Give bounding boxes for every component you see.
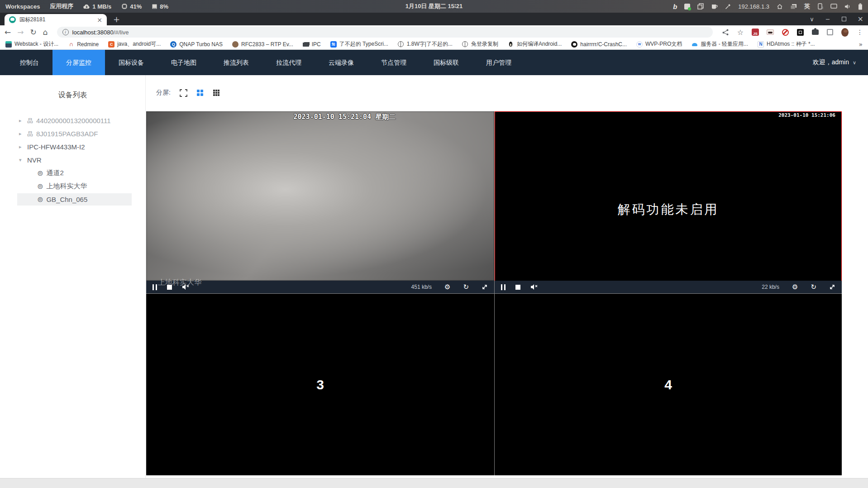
tree-item-device[interactable]: ▸ 品 44020000013200000111	[17, 115, 132, 127]
tree-channel[interactable]: ⊚ 上地科实大华	[17, 180, 132, 192]
ip-address[interactable]: 192.168.1.3	[738, 3, 769, 10]
home-tray-icon[interactable]	[777, 4, 783, 10]
forward-icon[interactable]: →	[17, 29, 24, 36]
fullscreen-icon[interactable]	[180, 89, 187, 97]
extension-white-square-icon[interactable]	[827, 29, 833, 35]
clock[interactable]: 1月10日 星期二 15∶21	[405, 2, 463, 10]
nav-item-split-screen[interactable]: 分屏监控	[52, 50, 105, 75]
volume-icon[interactable]	[844, 4, 851, 10]
window-maximize-icon[interactable]	[842, 17, 846, 21]
window-number: 3	[316, 377, 324, 392]
bookmark-item[interactable]: 如何编译Android...	[508, 40, 562, 48]
bookmark-star-icon[interactable]: ☆	[737, 29, 744, 36]
bookmark-item[interactable]: QQNAP Turbo NAS	[170, 41, 223, 48]
tree-item-device[interactable]: ▸ IPC-HFW4433M-I2	[17, 141, 132, 153]
grid-2x2-icon[interactable]	[196, 89, 204, 96]
settings-icon[interactable]: ⚙	[444, 284, 450, 291]
nav-item-pull-proxy[interactable]: 拉流代理	[262, 50, 315, 75]
bing-tray-icon[interactable]: b	[673, 3, 677, 10]
pause-icon[interactable]	[153, 284, 157, 290]
browser-home-icon[interactable]: ⌂	[43, 29, 48, 36]
nav-item-push-list[interactable]: 推流列表	[210, 50, 262, 75]
refresh-icon[interactable]: ↻	[811, 284, 816, 291]
extensions-puzzle-icon[interactable]	[812, 29, 819, 35]
tree-item-nvr[interactable]: ▾ NVR	[17, 154, 132, 166]
window-minimize-icon[interactable]: −	[825, 16, 830, 22]
nav-item-console[interactable]: 控制台	[6, 50, 52, 75]
caret-down-icon[interactable]: ▾	[19, 157, 24, 163]
nav-item-user-manage[interactable]: 用户管理	[472, 50, 525, 75]
bookmark-item[interactable]: 免登录复制	[462, 40, 498, 48]
bookmark-folder[interactable]: IPC	[303, 41, 321, 48]
nav-item-gb-devices[interactable]: 国标设备	[105, 50, 157, 75]
stop-icon[interactable]	[515, 285, 520, 290]
bookmarks-overflow-icon[interactable]: »	[858, 41, 863, 48]
bookmark-item[interactable]: ∩Redmine	[68, 41, 99, 48]
input-method-indicator[interactable]: 英	[804, 2, 810, 10]
tree-item-device[interactable]: ▸ 品 8J01915PAGB3ADF	[17, 128, 132, 140]
nav-item-cloud-record[interactable]: 云端录像	[315, 50, 367, 75]
bookmark-item[interactable]: 服务器 - 轻量应用...	[692, 40, 748, 48]
bookmark-item[interactable]: 1.8W字|了不起的...	[398, 40, 453, 48]
window-close-icon[interactable]: ×	[858, 15, 863, 23]
cloud-icon	[692, 41, 698, 48]
bookmark-item[interactable]: RFC2833 – RTP Ev...	[232, 41, 293, 48]
clipboard-copy-icon[interactable]	[697, 3, 704, 10]
browser-menu-icon[interactable]: ⋮	[856, 29, 863, 36]
browser-tab[interactable]: 国标28181 ×	[5, 14, 107, 25]
phone-link-icon[interactable]: ?	[817, 3, 823, 10]
tool-tray-icon[interactable]	[725, 4, 731, 10]
pause-icon[interactable]	[501, 284, 506, 290]
coffee-tray-icon[interactable]	[711, 4, 718, 10]
windows-overlap-icon[interactable]	[790, 4, 797, 10]
page-content: 设备列表 ▸ 品 44020000013200000111 ▸ 品 8J0191…	[0, 75, 868, 488]
settings-icon[interactable]: ⚙	[792, 284, 798, 291]
bookmark-item[interactable]: NHDAtmos :: 种子 *...	[758, 40, 815, 48]
workspaces-button[interactable]: Workspaces	[5, 3, 40, 10]
refresh-icon[interactable]: ↻	[463, 284, 469, 291]
extension-js-icon[interactable]: JS	[752, 29, 759, 36]
user-menu[interactable]: 欢迎，admin ∨	[813, 58, 856, 67]
grid-3x3-icon[interactable]	[213, 89, 220, 96]
bookmark-item[interactable]: WWVP-PRO文档	[636, 40, 682, 48]
caret-right-icon[interactable]: ▸	[19, 131, 24, 137]
window-chevron-icon[interactable]: ∨	[810, 16, 814, 22]
site-info-icon[interactable]: i	[62, 29, 69, 35]
extension-mask-icon[interactable]	[767, 29, 774, 35]
bitrate-label: 451 kb/s	[411, 284, 432, 290]
bookmark-item[interactable]: Cjava、android可...	[108, 40, 161, 48]
expand-icon[interactable]	[482, 284, 488, 290]
tab-close-icon[interactable]: ×	[97, 17, 102, 23]
nav-item-node-manage[interactable]: 节点管理	[367, 50, 420, 75]
mute-icon[interactable]	[530, 284, 538, 290]
bookmark-item[interactable]: hairrrrr/C-CrashC...	[571, 41, 627, 48]
video-window-3[interactable]: 3	[146, 294, 494, 475]
caret-right-icon[interactable]: ▸	[19, 118, 24, 124]
caret-right-icon[interactable]: ▸	[19, 144, 24, 150]
decode-disabled-message: 解码功能未启用	[495, 201, 842, 218]
back-icon[interactable]: ←	[5, 29, 11, 36]
video-window-1[interactable]: 2023-01-10 15:21:04 星期二 上地科实大华 451 kb/s …	[146, 111, 494, 293]
applications-menu[interactable]: 应用程序	[50, 2, 73, 10]
profile-avatar[interactable]	[841, 28, 849, 37]
tree-channel-selected[interactable]: ⊚ GB_Chn_065	[17, 193, 132, 206]
display-tray-icon[interactable]	[830, 4, 837, 9]
extension-black-square-icon[interactable]	[797, 29, 804, 36]
bookmark-item[interactable]: Webstack - 设计...	[5, 40, 58, 48]
expand-icon[interactable]	[829, 284, 835, 290]
rfc-avatar-icon	[232, 41, 238, 48]
app-indicator-icon[interactable]	[684, 4, 690, 10]
reload-icon[interactable]: ↻	[30, 29, 37, 36]
share-icon[interactable]	[722, 29, 729, 36]
battery-icon[interactable]	[858, 3, 863, 10]
nav-item-gb-cascade[interactable]: 国标级联	[420, 50, 472, 75]
video-window-2[interactable]: 2023-01-10 15:21:06 解码功能未启用 22 kb/s ⚙ ↻	[495, 111, 842, 293]
penguin-icon	[508, 41, 514, 48]
tree-channel[interactable]: ⊚ 通道2	[17, 167, 132, 179]
extension-blocker-icon[interactable]	[782, 29, 789, 36]
address-bar[interactable]: i localhost:38080/#/live	[57, 27, 713, 38]
video-window-4[interactable]: 4	[495, 294, 842, 475]
nav-item-e-map[interactable]: 电子地图	[157, 50, 210, 75]
new-tab-button[interactable]: +	[113, 14, 120, 24]
bookmark-item[interactable]: 知了不起的 TypeScri...	[330, 40, 388, 48]
